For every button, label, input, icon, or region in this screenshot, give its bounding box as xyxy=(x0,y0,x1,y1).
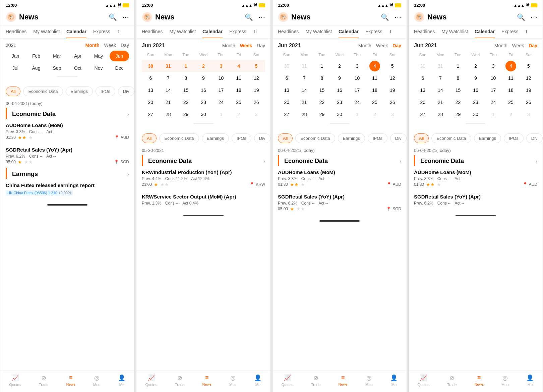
bottom-me-1[interactable]: 👤 Me xyxy=(118,374,125,387)
toggle-week-2[interactable]: Week xyxy=(240,43,252,48)
bottom-news-1[interactable]: ≡ News xyxy=(66,374,75,387)
tab-watchlist-4[interactable]: My Watchlist xyxy=(441,25,468,38)
bottom-trade-1[interactable]: ⊘ Trade xyxy=(39,374,48,387)
filter-earnings-2[interactable]: Earnings xyxy=(202,133,229,143)
bottom-me-2[interactable]: 👤 Me xyxy=(254,374,261,387)
toggle-month-2[interactable]: Month xyxy=(222,43,235,48)
bottom-quotes-2[interactable]: 📈 Quotes xyxy=(145,374,157,387)
tab-calendar-4[interactable]: Calendar xyxy=(475,25,495,38)
filter-div-2[interactable]: Div xyxy=(254,133,270,143)
bottom-moo-1[interactable]: ◎ Moo xyxy=(93,374,100,387)
toggle-day-4[interactable]: Day xyxy=(529,43,537,48)
menu-icon-2[interactable]: ⋯ xyxy=(258,13,265,21)
bottom-quotes-3[interactable]: 📈 Quotes xyxy=(282,374,293,387)
tab-headlines-3[interactable]: Headlines xyxy=(278,25,299,38)
month-jun-1[interactable]: Jun xyxy=(110,51,129,61)
menu-icon-3[interactable]: ⋯ xyxy=(395,13,401,21)
toggle-week-4[interactable]: Week xyxy=(512,43,524,48)
bottom-news-3[interactable]: ≡ News xyxy=(338,374,348,387)
filter-ipos-2[interactable]: IPOs xyxy=(232,133,251,143)
filter-economic-1[interactable]: Economic Data xyxy=(23,87,63,96)
month-sep-1[interactable]: Sep xyxy=(47,63,67,73)
tab-calendar-1[interactable]: Calendar xyxy=(66,25,86,38)
filter-economic-4[interactable]: Economic Data xyxy=(431,133,471,143)
month-nov-1[interactable]: Nov xyxy=(89,63,108,73)
tab-express-2[interactable]: Express xyxy=(229,25,246,38)
filter-economic-2[interactable]: Economic Data xyxy=(159,133,199,143)
filter-economic-3[interactable]: Economic Data xyxy=(295,133,335,143)
month-aug-1[interactable]: Aug xyxy=(26,63,46,73)
day-31-2[interactable]: 31 xyxy=(160,60,177,72)
section-arrow-earnings-1[interactable]: › xyxy=(127,171,129,177)
bottom-me-3[interactable]: 👤 Me xyxy=(390,374,398,387)
toggle-week-1[interactable]: Week xyxy=(104,43,116,48)
day-4jun-2[interactable]: 4 xyxy=(230,60,248,72)
tab-watchlist-1[interactable]: My Watchlist xyxy=(33,25,60,38)
filter-all-1[interactable]: All xyxy=(6,87,20,96)
bottom-trade-3[interactable]: ⊘ Trade xyxy=(311,374,320,387)
bottom-moo-2[interactable]: ◎ Moo xyxy=(229,374,236,387)
filter-all-3[interactable]: All xyxy=(278,133,293,143)
bottom-news-4[interactable]: ≡ News xyxy=(474,374,484,387)
news-item-1-2[interactable]: SGDRetail Sales (YoY) (Apr) Prev. 6.2% C… xyxy=(0,144,134,168)
tab-t-3[interactable]: T xyxy=(389,25,392,38)
day-5jun-2[interactable]: 5 xyxy=(247,60,265,72)
tab-calendar-3[interactable]: Calendar xyxy=(339,25,359,38)
filter-earnings-3[interactable]: Earnings xyxy=(338,133,365,143)
month-jul-1[interactable]: Jul xyxy=(6,63,25,73)
search-icon-3[interactable]: 🔍 xyxy=(381,13,389,21)
news-item-3-2[interactable]: SGDRetail Sales (YoY) (Apr) Prev. 6.2% C… xyxy=(273,190,407,215)
day-3jun-2[interactable]: 3 xyxy=(212,60,230,72)
bottom-moo-4[interactable]: ◎ Moo xyxy=(501,374,508,387)
filter-div-3[interactable]: Div xyxy=(390,133,407,143)
filter-div-4[interactable]: Div xyxy=(526,133,543,143)
day-2jun-2[interactable]: 2 xyxy=(195,60,213,72)
tab-t-4[interactable]: T xyxy=(525,25,528,38)
month-feb-1[interactable]: Feb xyxy=(26,51,46,61)
tab-ti-2[interactable]: Ti xyxy=(253,25,257,38)
month-may-1[interactable]: May xyxy=(89,51,108,61)
toggle-month-3[interactable]: Month xyxy=(358,43,371,48)
month-dec-1[interactable]: Dec xyxy=(110,63,129,73)
news-item-2-1[interactable]: KRWIndustrial Production (YoY) (Apr) Pre… xyxy=(136,166,270,190)
tab-watchlist-3[interactable]: My Watchlist xyxy=(305,25,332,38)
news-item-4-1[interactable]: AUDHome Loans (MoM) Prev. 3.3% Cons -- A… xyxy=(409,166,543,190)
filter-div-1[interactable]: Div xyxy=(118,87,134,96)
bottom-trade-4[interactable]: ⊘ Trade xyxy=(447,374,457,387)
month-apr-1[interactable]: Apr xyxy=(68,51,87,61)
tab-headlines-1[interactable]: Headlines xyxy=(6,25,26,38)
filter-all-2[interactable]: All xyxy=(142,133,157,143)
bottom-me-4[interactable]: 👤 Me xyxy=(526,374,534,387)
section-arrow-economic-3[interactable]: › xyxy=(400,158,401,164)
menu-icon-4[interactable]: ⋯ xyxy=(531,13,537,21)
day-1jun-2[interactable]: 1 xyxy=(177,60,195,72)
toggle-month-1[interactable]: Month xyxy=(85,43,100,48)
menu-icon-1[interactable]: ⋯ xyxy=(122,13,129,21)
tab-watchlist-2[interactable]: My Watchlist xyxy=(169,25,196,38)
day-30-2[interactable]: 30 xyxy=(142,60,160,72)
tab-express-1[interactable]: Express xyxy=(93,25,110,38)
news-item-1-1[interactable]: AUDHome Loans (MoM) Prev. 3.3% Cons -- A… xyxy=(0,119,134,144)
news-item-2-2[interactable]: KRWService Sector Output (MoM) (Apr) Pre… xyxy=(136,190,270,210)
toggle-day-3[interactable]: Day xyxy=(393,43,401,48)
search-icon-4[interactable]: 🔍 xyxy=(517,13,525,21)
search-icon-2[interactable]: 🔍 xyxy=(245,13,253,21)
bottom-quotes-4[interactable]: 📈 Quotes xyxy=(418,374,429,387)
news-item-3-1[interactable]: AUDHome Loans (MoM) Prev. 3.3% Cons -- A… xyxy=(273,166,407,190)
bottom-trade-2[interactable]: ⊘ Trade xyxy=(175,374,184,387)
news-item-earnings-1[interactable]: China Futex released earnings report HK … xyxy=(0,179,134,199)
toggle-week-3[interactable]: Week xyxy=(376,43,388,48)
toggle-day-2[interactable]: Day xyxy=(257,43,265,48)
month-oct-1[interactable]: Oct xyxy=(68,63,87,73)
section-arrow-economic-2[interactable]: › xyxy=(263,158,265,164)
filter-ipos-4[interactable]: IPOs xyxy=(504,133,524,143)
news-item-4-2[interactable]: SGDRetail Sales (YoY) (Apr) Prev. 6.2% C… xyxy=(409,190,543,210)
bottom-quotes-1[interactable]: 📈 Quotes xyxy=(9,374,21,387)
tab-calendar-2[interactable]: Calendar xyxy=(202,25,223,38)
filter-earnings-4[interactable]: Earnings xyxy=(474,133,501,143)
tab-express-4[interactable]: Express xyxy=(501,25,519,38)
tab-ti-1[interactable]: Ti xyxy=(117,25,121,38)
section-arrow-economic-4[interactable]: › xyxy=(536,158,537,164)
bottom-moo-3[interactable]: ◎ Moo xyxy=(365,374,372,387)
bottom-news-2[interactable]: ≡ News xyxy=(202,374,212,387)
